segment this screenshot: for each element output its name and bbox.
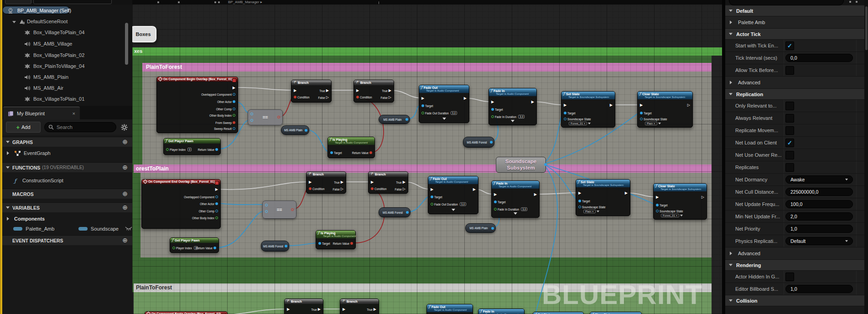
getter-ms-amb-forest-getter-1[interactable]: MS AMB Forest [463, 137, 494, 148]
data-pin[interactable] [250, 119, 253, 122]
data-pin[interactable] [215, 210, 218, 212]
node-header[interactable]: ƒSet StateTarget is Soundscape Subsystem [576, 180, 630, 187]
chevron-down-icon[interactable] [729, 33, 733, 37]
data-pin[interactable] [233, 108, 235, 110]
pin[interactable]: ▶ [656, 195, 659, 200]
tree-item-ms-amb-village[interactable]: MS_AMB_Village [2, 40, 132, 49]
section-macros[interactable]: MACROS⊕ [2, 189, 132, 199]
getter-ms-amb-forest-getter-3[interactable]: MS AMB Forest [379, 207, 411, 217]
detail-row-min-net-update-fr-[interactable]: Min Net Update Fr...2,0 [725, 211, 864, 223]
value-input[interactable]: 100,0 [785, 200, 853, 208]
node-clear-state-3[interactable]: ƒClear StateTarget is Soundscape Subsyst… [590, 312, 642, 314]
detail-row-net-use-owner-re-[interactable]: Net Use Owner Re... [725, 149, 864, 161]
detail-row-actor-hidden-in-g-[interactable]: Actor Hidden In G... [725, 271, 864, 283]
pin-return-value[interactable]: Return Value [352, 150, 372, 155]
detail-row-always-relevant[interactable]: Always Relevant [725, 112, 864, 124]
node-header[interactable]: ƒClear StateTarget is Soundscape Subsyst… [590, 312, 641, 314]
node-header[interactable]: ↱Branch [285, 299, 323, 304]
enum-tag[interactable]: Forest_01 × [569, 122, 587, 125]
pin-true[interactable]: ▶True [382, 88, 391, 93]
exec-pin[interactable]: ▷ [403, 187, 405, 191]
pin-target[interactable]: Target [656, 203, 668, 207]
pin[interactable]: ▶ [431, 187, 433, 192]
value-input[interactable]: 0,0 [785, 54, 853, 62]
node-clear-state-1[interactable]: ƒClear StateTarget is Soundscape Subsyst… [637, 91, 693, 128]
data-pin[interactable] [172, 247, 175, 249]
pin-from-sweep[interactable]: From Sweep [215, 120, 235, 125]
pin[interactable]: ▶ [464, 96, 467, 101]
tab-my-blueprint[interactable]: My Blueprint × [3, 107, 80, 120]
exec-pin[interactable]: ▶ [294, 89, 296, 93]
graph-breadcrumb[interactable]: BP_AMB_Manager ▸ [228, 0, 262, 4]
pin-value[interactable]: 0 [187, 148, 192, 151]
pin[interactable]: ▶ [494, 192, 497, 197]
data-pin[interactable] [356, 96, 359, 98]
exec-pin[interactable]: ▶ [343, 308, 345, 311]
output-pin[interactable] [490, 141, 493, 144]
pin-fade-in-duration[interactable]: Fade In Duration3,0 [491, 114, 525, 119]
pin-condition[interactable]: Condition [371, 186, 387, 191]
pin-false[interactable]: ▷False [333, 187, 343, 191]
exec-pin[interactable]: ▶ [473, 188, 476, 191]
tree-item-box-villagetoplain-02[interactable]: Box_VillageToPlain_02 [2, 51, 132, 61]
pin[interactable]: Forest_01 × [569, 121, 591, 126]
pin[interactable]: ▷ [687, 103, 690, 108]
data-pin[interactable] [166, 148, 169, 151]
chevron-down-icon[interactable] [729, 10, 733, 14]
pin[interactable]: ▶ [564, 103, 567, 108]
item-palette-amb[interactable]: Palette_AmbSoundscape [2, 223, 132, 234]
pin-false[interactable]: ▷False [318, 95, 329, 100]
exec-pin[interactable]: ▷ [389, 96, 391, 99]
delegate-pin[interactable] [232, 78, 236, 82]
comment-title-bubble[interactable]: Boxes [132, 26, 157, 43]
tree-item-defaultsceneroot[interactable]: DefaultSceneRoot [2, 17, 132, 27]
pin-true[interactable]: ▶True [367, 307, 376, 312]
checkbox[interactable] [785, 273, 794, 281]
pin[interactable]: ▷ [702, 195, 704, 200]
exec-pin[interactable]: ▶ [287, 308, 290, 311]
pin-other-body-index[interactable]: Other Body Index [209, 113, 235, 118]
pin-return-value[interactable]: Return Value [198, 147, 218, 152]
exec-pin[interactable]: ▶ [341, 180, 343, 184]
pin-other-comp[interactable]: Other Comp [216, 107, 235, 111]
pin[interactable] [291, 207, 294, 212]
data-pin[interactable] [233, 127, 235, 130]
node-get-player-pawn-1[interactable]: ƒGet Player PawnPlayer Index0Return Valu… [163, 138, 221, 155]
chevron-down-icon[interactable] [729, 93, 733, 97]
node-branch-6[interactable]: ↱Branch▶▶TrueCondition▷False [340, 299, 379, 314]
pin-other-actor[interactable]: Other Actor [200, 201, 218, 206]
pin-other-body-index[interactable]: Other Body Index [192, 216, 218, 220]
pin[interactable]: ▶ [215, 187, 218, 192]
chevron-right-icon[interactable] [7, 217, 11, 221]
node-is-playing-2[interactable]: ƒIs PlayingTarget is Audio ComponentTarg… [316, 230, 356, 249]
node-set-state-2[interactable]: ƒSet StateTarget is Soundscape Subsystem… [576, 179, 630, 216]
node-fade-out-1[interactable]: ƒFade OutTarget is Audio Component▶▶Targ… [419, 85, 469, 123]
pin[interactable]: ▶ [421, 96, 424, 101]
detail-row-replication[interactable]: Replication [725, 89, 864, 100]
pin[interactable] [265, 203, 268, 207]
pin[interactable] [277, 115, 280, 119]
panel-divider[interactable] [722, 0, 725, 314]
collapse-chevron-icon[interactable] [452, 209, 455, 213]
node-header[interactable]: ↱Branch [354, 80, 394, 85]
node-header[interactable]: ↱Branch [340, 299, 379, 304]
item-constructionscript[interactable]: ƒConstructionScript [2, 175, 132, 186]
pin-fade-out-duration[interactable]: Fade Out Duration3,0 [421, 111, 457, 115]
add-circle-icon[interactable]: ⊕ [122, 237, 128, 244]
data-pin[interactable] [421, 104, 424, 107]
close-icon[interactable]: × [73, 111, 75, 116]
pin-condition[interactable]: Condition [309, 186, 325, 191]
data-pin[interactable] [494, 201, 497, 203]
data-pin[interactable] [431, 203, 433, 206]
node-header[interactable]: ƒFade OutTarget is Audio Component [419, 85, 469, 93]
pin-target[interactable]: Target [330, 150, 342, 155]
details-settings-icon[interactable] [849, 1, 851, 3]
exec-pin[interactable]: ▷ [687, 103, 690, 107]
add-circle-icon[interactable]: ⊕ [122, 138, 128, 145]
data-pin[interactable] [564, 112, 567, 114]
event-graph-canvas[interactable]: xesPlainToForestorestToPlainPlainToFores… [132, 0, 722, 314]
pin[interactable]: Forest_01 × [661, 213, 683, 218]
chevron-down-icon[interactable] [597, 211, 599, 214]
pin[interactable]: ▶ [343, 307, 345, 312]
pin-target[interactable]: Target [318, 241, 330, 246]
